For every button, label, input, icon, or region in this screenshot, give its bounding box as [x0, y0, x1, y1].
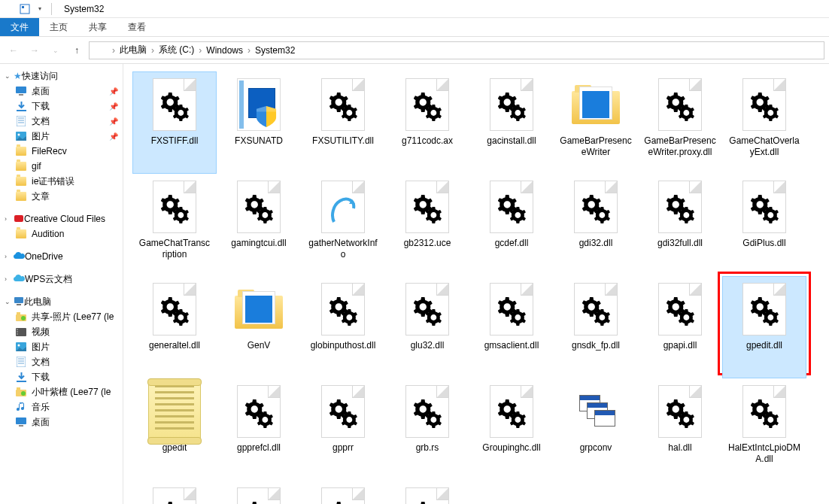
- tab-view[interactable]: 查看: [117, 18, 156, 36]
- sidebar-item[interactable]: 桌面📌: [0, 83, 123, 99]
- sidebar-this-pc[interactable]: ⌄此电脑: [0, 294, 123, 309]
- sidebar-item[interactable]: ie证书错误: [0, 174, 123, 189]
- file-item[interactable]: grpconv: [554, 378, 638, 481]
- sidebar-item[interactable]: 文档: [0, 354, 123, 369]
- wps-icon: [14, 274, 25, 284]
- file-item[interactable]: globinputhost.dll: [301, 276, 385, 378]
- crumb-windows[interactable]: Windows: [205, 45, 244, 56]
- file-item[interactable]: Groupinghc.dll: [469, 378, 554, 481]
- sidebar-label: 音乐: [32, 401, 50, 414]
- file-item[interactable]: gatherNetworkInfo: [301, 174, 385, 276]
- svg-rect-3: [19, 94, 23, 96]
- chevron-right-icon[interactable]: ›: [151, 45, 154, 56]
- file-item[interactable]: HalExtIntcLpioDMA.dll: [722, 378, 806, 481]
- sidebar-item[interactable]: 小叶紫檀 (Lee77 (le: [0, 384, 123, 399]
- file-label: gnsdk_fp.dll: [557, 339, 634, 353]
- sidebar-item[interactable]: 文章: [0, 189, 123, 204]
- file-item[interactable]: gnsdk_fp.dll: [554, 276, 638, 378]
- file-item[interactable]: GenV: [217, 276, 301, 378]
- file-item[interactable]: gcdef.dll: [469, 174, 554, 276]
- svg-rect-20: [17, 333, 18, 335]
- tab-share[interactable]: 共享: [78, 18, 117, 36]
- svg-rect-31: [16, 417, 26, 424]
- sidebar-quick-access[interactable]: ⌄ ★ 快速访问: [0, 68, 123, 83]
- file-item[interactable]: GdiPlus.dll: [722, 174, 806, 276]
- file-label: GameBarPresenceWriter.proxy.dll: [642, 134, 718, 159]
- file-item[interactable]: GameBarPresenceWriter.proxy.dll: [638, 71, 722, 174]
- file-item[interactable]: gdi32.dll: [554, 174, 638, 276]
- recent-dropdown[interactable]: ⌄: [47, 41, 65, 59]
- file-icon: [229, 75, 289, 134]
- file-item[interactable]: Havok.P: [385, 481, 469, 504]
- back-button[interactable]: ←: [5, 41, 23, 59]
- sidebar-item[interactable]: FileRecv: [0, 144, 123, 159]
- file-item[interactable]: gpprr: [301, 378, 385, 481]
- file-item[interactable]: g711codc.ax: [385, 71, 469, 174]
- file-item[interactable]: hal.dll: [638, 378, 722, 481]
- chevron-right-icon[interactable]: ›: [247, 45, 251, 56]
- pin-icon: 📌: [109, 87, 118, 96]
- svg-rect-23: [17, 357, 26, 367]
- qat-dropdown-icon[interactable]: ▾: [33, 2, 47, 16]
- sidebar-item[interactable]: 下载: [0, 369, 123, 384]
- file-grid[interactable]: FXSTIFF.dllFXSUNATDFXSUTILITY.dllg711cod…: [123, 64, 829, 504]
- chevron-down-icon: ⌄: [5, 298, 14, 305]
- file-item[interactable]: HalExtPL080.dll: [132, 481, 217, 504]
- file-label: gamingtcui.dll: [220, 236, 297, 250]
- file-icon: [144, 280, 205, 339]
- chevron-right-icon[interactable]: ›: [199, 45, 202, 56]
- up-button[interactable]: ↑: [68, 41, 86, 59]
- sidebar-item[interactable]: 桌面: [0, 414, 123, 430]
- file-item[interactable]: GameChatOverlayExt.dll: [722, 71, 806, 174]
- sidebar-item[interactable]: 共享-照片 (Lee77 (le: [0, 309, 123, 324]
- file-item[interactable]: gb2312.uce: [385, 174, 469, 276]
- sidebar-wps[interactable]: ›WPS云文档: [0, 272, 123, 287]
- sidebar-item[interactable]: 图片: [0, 339, 123, 354]
- file-item[interactable]: gpedit.dll: [722, 276, 806, 378]
- sidebar-item[interactable]: 下载📌: [0, 99, 123, 114]
- file-item[interactable]: hascsp.dll: [301, 481, 385, 504]
- item-icon: [15, 130, 27, 142]
- properties-icon[interactable]: [18, 2, 32, 16]
- crumb-system32[interactable]: System32: [254, 45, 296, 56]
- file-item[interactable]: generaltel.dll: [132, 276, 217, 378]
- file-icon: [144, 75, 205, 134]
- crumb-pc[interactable]: 此电脑: [118, 44, 148, 56]
- file-item[interactable]: glu32.dll: [385, 276, 469, 378]
- crumb-c[interactable]: 系统 (C:): [157, 44, 196, 56]
- chevron-down-icon: ⌄: [5, 72, 14, 80]
- file-item[interactable]: gamingtcui.dll: [217, 174, 301, 276]
- file-item[interactable]: GameChatTranscription: [132, 174, 217, 276]
- file-item[interactable]: HarmanAudioInterface.dll: [217, 481, 301, 504]
- file-item[interactable]: gmsaclient.dll: [469, 276, 554, 378]
- chevron-right-icon[interactable]: ›: [112, 45, 115, 56]
- file-item[interactable]: gpprefcl.dll: [217, 378, 301, 481]
- file-tab[interactable]: 文件: [0, 18, 39, 36]
- file-item[interactable]: FXSTIFF.dll: [132, 71, 217, 174]
- file-item[interactable]: FXSUTILITY.dll: [301, 71, 385, 174]
- file-icon: [229, 178, 289, 236]
- address-bar[interactable]: › 此电脑 › 系统 (C:) › Windows › System32: [89, 41, 824, 59]
- file-item[interactable]: gacinstall.dll: [469, 71, 554, 174]
- item-icon: [15, 160, 27, 172]
- file-item[interactable]: FXSUNATD: [217, 71, 301, 174]
- forward-button[interactable]: →: [26, 41, 44, 59]
- sidebar-item[interactable]: 视频: [0, 324, 123, 339]
- sidebar-item[interactable]: gif: [0, 159, 123, 174]
- item-icon: [15, 341, 27, 353]
- sidebar-onedrive[interactable]: ›OneDrive: [0, 249, 123, 264]
- sidebar-item[interactable]: 音乐: [0, 399, 123, 414]
- file-icon: [229, 382, 289, 441]
- file-item[interactable]: GameBarPresenceWriter: [554, 71, 638, 174]
- sidebar-cc[interactable]: ›Creative Cloud Files: [0, 211, 123, 226]
- sidebar-item[interactable]: 图片📌: [0, 129, 123, 144]
- file-item[interactable]: grb.rs: [385, 378, 469, 481]
- file-item[interactable]: gpapi.dll: [638, 276, 722, 378]
- file-item[interactable]: gpedit: [132, 378, 217, 481]
- sidebar-item-audition[interactable]: Audition: [0, 226, 123, 241]
- tab-home[interactable]: 主页: [39, 18, 78, 36]
- sidebar-label: 视频: [32, 326, 50, 339]
- file-item[interactable]: gdi32full.dll: [638, 174, 722, 276]
- file-icon: [144, 382, 205, 441]
- sidebar-item[interactable]: 文档📌: [0, 114, 123, 129]
